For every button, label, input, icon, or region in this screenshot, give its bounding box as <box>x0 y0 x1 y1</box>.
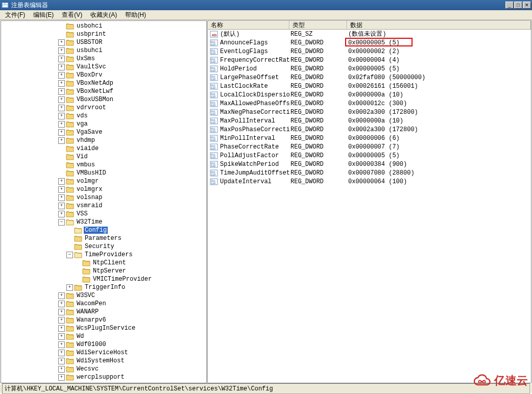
tree-label[interactable]: WdiServiceHost <box>76 349 129 356</box>
expand-icon[interactable]: + <box>58 178 65 185</box>
expand-icon[interactable]: + <box>58 325 65 332</box>
tree-row[interactable]: +VBoxDrv <box>1 71 206 79</box>
tree-pane[interactable]: usbohciusbprint+USBSTOR+usbuhci+UxSms+Va… <box>1 20 207 383</box>
expand-icon[interactable]: + <box>58 203 65 209</box>
tree-label[interactable]: USBSTOR <box>76 39 103 46</box>
tree-label[interactable]: VBoxDrv <box>76 71 103 79</box>
close-button[interactable]: ✕ <box>523 2 531 9</box>
expand-icon[interactable]: + <box>58 194 65 201</box>
tree-row[interactable]: +W3SVC <box>1 291 206 300</box>
expand-icon[interactable]: + <box>66 284 73 291</box>
collapse-icon[interactable]: − <box>66 252 73 258</box>
menu-view[interactable]: 查看(V) <box>58 10 86 20</box>
expand-icon[interactable]: + <box>58 47 65 54</box>
tree-label[interactable]: Wanarpv6 <box>76 316 107 324</box>
tree-row[interactable]: +wercplsupport <box>1 373 206 381</box>
list-row[interactable]: 011110MinPollIntervalREG_DWORD0x00000006… <box>208 134 531 142</box>
tree-row[interactable]: +vga <box>1 120 206 128</box>
tree-row[interactable]: +WdiSystemHost <box>1 357 206 365</box>
list-row[interactable]: 011110AnnounceFlagsREG_DWORD0x00000005 (… <box>208 38 531 47</box>
expand-icon[interactable]: + <box>58 80 65 87</box>
tree-row[interactable]: +volsnap <box>1 193 206 202</box>
tree-label[interactable]: vsmraid <box>76 202 103 209</box>
list-row[interactable]: 011110MaxNegPhaseCorrectionREG_DWORD0x00… <box>208 108 531 116</box>
expand-icon[interactable]: + <box>58 317 65 324</box>
tree-row[interactable]: +vds <box>1 112 206 120</box>
tree-label[interactable]: volsnap <box>76 194 103 201</box>
tree-label[interactable]: WdiSystemHost <box>76 357 126 364</box>
tree-row[interactable]: +vdrvroot <box>1 104 206 112</box>
tree-label[interactable]: Wdf01000 <box>76 341 107 348</box>
col-name[interactable]: 名称 <box>208 21 289 29</box>
expand-icon[interactable]: + <box>58 309 65 315</box>
expand-icon[interactable]: + <box>58 96 65 103</box>
tree-row[interactable]: +USBSTOR <box>1 38 206 46</box>
expand-icon[interactable]: + <box>58 105 65 111</box>
list-row[interactable]: ab(默认)REG_SZ(数值未设置) <box>208 30 531 38</box>
tree-label[interactable]: volmgr <box>76 178 100 185</box>
list-row[interactable]: 011110MaxPollIntervalREG_DWORD0x0000000a… <box>208 116 531 125</box>
tree-row[interactable]: +Wdf01000 <box>1 340 206 349</box>
menu-favorites[interactable]: 收藏夹(A) <box>86 10 121 20</box>
list-row[interactable]: 011110LocalClockDispersionREG_DWORD0x000… <box>208 90 531 99</box>
minimize-button[interactable]: _ <box>505 2 514 9</box>
tree-row[interactable]: viaide <box>1 144 206 153</box>
tree-label[interactable]: WacomPen <box>76 300 107 307</box>
tree-label[interactable]: vga <box>76 120 89 128</box>
tree-row[interactable]: +WacomPen <box>1 300 206 308</box>
tree-label[interactable]: NtpClient <box>92 259 127 266</box>
collapse-icon[interactable]: − <box>58 219 65 226</box>
tree-row[interactable]: VMBusHID <box>1 169 206 177</box>
expand-icon[interactable]: + <box>58 56 65 62</box>
tree-label[interactable]: volmgrx <box>76 186 103 193</box>
expand-icon[interactable]: + <box>58 39 65 46</box>
tree-row[interactable]: +VSS <box>1 210 206 218</box>
tree-label[interactable]: viaide <box>76 145 100 152</box>
tree-row[interactable]: +volmgrx <box>1 185 206 193</box>
tree-label[interactable]: vds <box>76 112 89 119</box>
expand-icon[interactable]: + <box>58 358 65 364</box>
tree-row[interactable]: +volmgr <box>1 177 206 185</box>
expand-icon[interactable]: + <box>58 211 65 217</box>
maximize-button[interactable]: □ <box>514 2 522 9</box>
tree-label[interactable]: UxSms <box>76 55 96 62</box>
expand-icon[interactable]: + <box>58 121 65 128</box>
tree-row[interactable]: vmbus <box>1 161 206 169</box>
tree-row[interactable]: +VBoxUSBMon <box>1 95 206 104</box>
tree-label[interactable]: WcsPlugInService <box>76 325 136 332</box>
tree-label[interactable]: usbprint <box>76 31 107 38</box>
tree-row[interactable]: +Wd <box>1 332 206 340</box>
expand-icon[interactable]: + <box>58 88 65 95</box>
tree-row[interactable]: +UxSms <box>1 55 206 63</box>
tree-row[interactable]: +usbuhci <box>1 46 206 55</box>
tree-label[interactable]: NtpServer <box>92 267 127 275</box>
expand-icon[interactable]: + <box>58 350 65 356</box>
tree-row[interactable]: Vid <box>1 153 206 161</box>
tree-label[interactable]: VBoxUSBMon <box>76 96 114 103</box>
expand-icon[interactable]: + <box>58 374 65 381</box>
list-row[interactable]: 011110SpikeWatchPeriodREG_DWORD0x0000038… <box>208 160 531 168</box>
expand-icon[interactable]: + <box>58 72 65 79</box>
tree-label[interactable]: TriggerInfo <box>84 284 126 291</box>
list-row[interactable]: 011110LargePhaseOffsetREG_DWORD0x02faf08… <box>208 73 531 82</box>
expand-icon[interactable]: + <box>58 333 65 340</box>
tree-label[interactable]: vmbus <box>76 161 96 168</box>
tree-label[interactable]: VMICTimeProvider <box>92 276 153 283</box>
tree-label[interactable]: wercplsupport <box>76 374 126 381</box>
tree-row[interactable]: Security <box>1 242 206 251</box>
tree-label[interactable]: vdrvroot <box>76 104 107 111</box>
tree-label[interactable]: TimeProviders <box>84 251 134 258</box>
tree-label[interactable]: Parameters <box>84 235 123 242</box>
tree-row[interactable]: +Wanarpv6 <box>1 316 206 324</box>
tree-row[interactable]: +VaultSvc <box>1 63 206 71</box>
tree-row[interactable]: NtpClient <box>1 259 206 267</box>
expand-icon[interactable]: + <box>58 137 65 144</box>
tree-label[interactable]: Config <box>84 227 108 234</box>
tree-label[interactable]: Security <box>84 243 115 250</box>
tree-label[interactable]: W32Time <box>76 218 103 226</box>
list-row[interactable]: 011110TimeJumpAuditOffsetREG_DWORD0x0000… <box>208 168 531 177</box>
col-type[interactable]: 类型 <box>289 21 347 29</box>
expand-icon[interactable]: + <box>58 366 65 373</box>
tree-row[interactable]: −TimeProviders <box>1 251 206 259</box>
tree-row[interactable]: Config <box>1 226 206 234</box>
